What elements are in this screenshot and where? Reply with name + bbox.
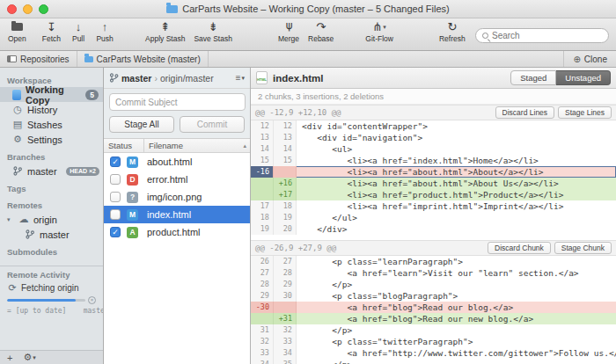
- stage-button[interactable]: Stage Lines: [558, 106, 612, 119]
- diff-line[interactable]: -16 <li><a href="about.html">About</a></…: [251, 166, 616, 178]
- file-row[interactable]: Mindex.html: [104, 206, 250, 223]
- diff-line[interactable]: 2728 <a href="learn">Visit our "learn" s…: [251, 267, 616, 279]
- clone-button[interactable]: ⊕ Clone: [563, 51, 616, 67]
- diff-line[interactable]: 1414 <ul>: [251, 143, 616, 155]
- sidebar-item-settings[interactable]: ⚙ Settings: [0, 132, 103, 147]
- staged-tab[interactable]: Staged: [510, 70, 556, 85]
- save-stash-button[interactable]: ⇟ Save Stash: [189, 20, 236, 43]
- diff-line[interactable]: 1212<div id="contentWrapper">: [251, 120, 616, 132]
- old-line-number: [251, 178, 274, 189]
- commit-subject-input[interactable]: [109, 93, 246, 111]
- disclosure-triangle-icon[interactable]: ▾: [7, 216, 14, 223]
- commit-button[interactable]: Commit: [180, 116, 245, 133]
- old-line-number: 13: [251, 132, 274, 143]
- add-button[interactable]: +: [7, 353, 12, 363]
- diff-line[interactable]: +16 <li><a href="about.html">About Us</a…: [251, 178, 616, 189]
- stage-all-button[interactable]: Stage All: [109, 116, 174, 133]
- old-line-number: 33: [251, 347, 274, 359]
- file-status-badge: M: [127, 209, 138, 221]
- minimize-button[interactable]: [23, 4, 33, 14]
- status-column-header[interactable]: Status: [104, 139, 144, 152]
- close-button[interactable]: [7, 4, 17, 14]
- file-row[interactable]: Derror.html: [104, 171, 250, 188]
- discard-button[interactable]: Discard Chunk: [488, 242, 551, 254]
- code-text: <div id="contentWrapper">: [297, 120, 428, 132]
- chevron-down-icon: ▾: [383, 20, 386, 33]
- head-badge: HEAD ×2: [66, 167, 99, 176]
- fetch-button[interactable]: ↧ Fetch: [38, 20, 65, 43]
- unstaged-tab[interactable]: Unstaged: [556, 70, 611, 85]
- old-line-number: 14: [251, 143, 274, 155]
- file-status-badge: M: [127, 157, 138, 168]
- diff-line[interactable]: 1313 <div id="navigation">: [251, 132, 616, 143]
- file-status-badge: D: [127, 174, 138, 186]
- diff-line[interactable]: 3435 </p>: [251, 359, 616, 364]
- search-field[interactable]: [475, 28, 609, 43]
- diff-line[interactable]: 3334 <a href="http://www.twitter.com/git…: [251, 347, 616, 359]
- file-status-badge: A: [127, 227, 138, 238]
- discard-button[interactable]: Discard Lines: [495, 106, 555, 119]
- sidebar-toggle-icon: [7, 55, 17, 62]
- apply-stash-button[interactable]: ⇞ Apply Stash: [141, 20, 189, 43]
- new-line-number: 18: [274, 200, 297, 212]
- code-text: <div id="navigation">: [297, 132, 422, 143]
- refresh-button[interactable]: ↻ Refresh: [435, 20, 470, 43]
- sidebar-item-stashes[interactable]: ▤ Stashes: [0, 117, 103, 132]
- diff-line[interactable]: 1819 </ul>: [251, 212, 616, 223]
- sidebar-item-remote-origin[interactable]: ▾ ☁ origin: [0, 212, 103, 227]
- old-line-number: 26: [251, 256, 274, 267]
- open-button[interactable]: Open: [4, 20, 31, 43]
- diff-line[interactable]: 2930 <p class="blogParagraph">: [251, 290, 616, 302]
- code-text: </p>: [297, 359, 352, 364]
- action-gear-button[interactable]: ⚙ ▾: [23, 352, 35, 363]
- repositories-button[interactable]: Repositories: [0, 51, 77, 67]
- filename-column-header[interactable]: Filename ▴: [144, 139, 250, 152]
- search-input[interactable]: [492, 31, 602, 40]
- stop-fetch-button[interactable]: ×: [88, 296, 96, 304]
- remote-label: origin: [33, 215, 57, 225]
- push-icon: ↑: [102, 20, 108, 33]
- gitflow-button[interactable]: ⋔▾ Git-Flow: [361, 20, 398, 43]
- stage-checkbox[interactable]: [110, 192, 121, 202]
- diff-line[interactable]: 2829 </p>: [251, 279, 616, 290]
- sidebar-item-label: Working Copy: [26, 84, 81, 106]
- diff-line[interactable]: -30 <a href="blog">Read our blog.</a>: [251, 302, 616, 313]
- zoom-button[interactable]: [39, 4, 48, 14]
- diff-line[interactable]: 3132 </p>: [251, 324, 616, 336]
- rebase-button[interactable]: ↷ Rebase: [304, 20, 338, 43]
- code-text: <p class="blogParagraph">: [297, 290, 458, 302]
- stage-checkbox[interactable]: [110, 174, 121, 185]
- diff-line[interactable]: 1718 <li><a href="imprint.html">Imprint<…: [251, 200, 616, 212]
- sidebar-item-branch-master[interactable]: master HEAD ×2: [0, 164, 103, 178]
- push-button[interactable]: ↑ Push: [92, 20, 118, 43]
- sidebar-item-working-copy[interactable]: Working Copy 5: [0, 87, 103, 102]
- remotes-section-title: Remotes: [0, 195, 103, 212]
- diff-line[interactable]: 1515 <li><a href="index.html">Home</a></…: [251, 155, 616, 166]
- view-options-button[interactable]: ≡ ▾: [236, 73, 245, 83]
- stage-checkbox[interactable]: [110, 209, 121, 220]
- current-repo-tab[interactable]: CarParts Website (master): [77, 51, 209, 67]
- diff-line[interactable]: 1920 </div>: [251, 223, 616, 235]
- toolbar: Open ↧ Fetch ↓ Pull ↑ Push ⇞ Apply Stash…: [0, 18, 616, 51]
- file-row[interactable]: ✓Aproduct.html: [104, 223, 250, 241]
- file-name: error.html: [147, 174, 187, 185]
- new-line-number: 33: [274, 336, 297, 347]
- stage-checkbox[interactable]: ✓: [110, 227, 121, 237]
- diff-line[interactable]: 3233 <p class="twitterParagraph">: [251, 336, 616, 347]
- stage-checkbox[interactable]: ✓: [110, 157, 121, 167]
- sidebar-item-history[interactable]: ◷ History: [0, 102, 103, 117]
- file-row[interactable]: ?img/icon.png: [104, 188, 250, 206]
- pull-button[interactable]: ↓ Pull: [65, 20, 92, 43]
- old-line-number: 34: [251, 359, 274, 364]
- diff-line[interactable]: +17 <li><a href="product.html">Product</…: [251, 189, 616, 200]
- file-row[interactable]: ✓Mabout.html: [104, 153, 250, 171]
- new-line-number: 12: [274, 120, 297, 132]
- repo-folder-icon: [84, 56, 93, 62]
- sidebar-item-remote-master[interactable]: master: [0, 227, 103, 242]
- diff-line[interactable]: 2627 <p class="learnParagraph">: [251, 256, 616, 267]
- merge-button[interactable]: ⋔ Merge: [274, 20, 304, 43]
- remote-activity-title: Remote Activity: [0, 267, 103, 281]
- stage-button[interactable]: Stage Chunk: [554, 242, 612, 254]
- diff-line[interactable]: +31 <a href="blog">Read our new blog.</a…: [251, 313, 616, 324]
- chevron-right-icon: ›: [154, 73, 158, 84]
